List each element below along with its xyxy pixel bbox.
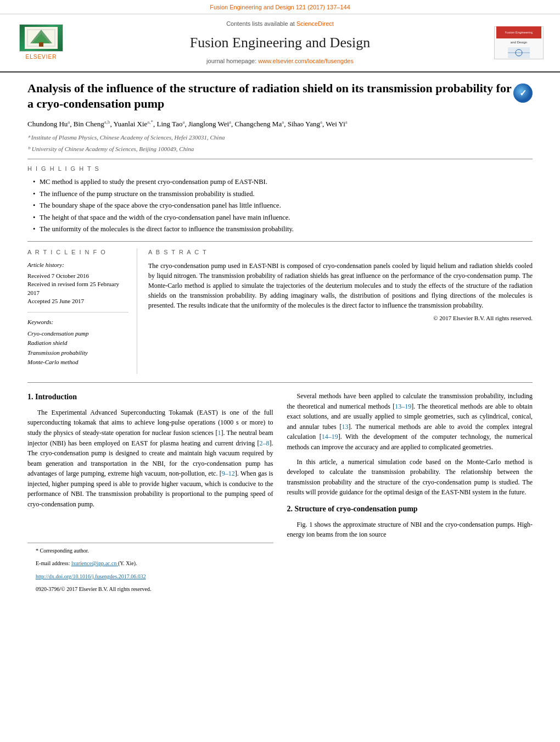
top-citation-bar: Fusion Engineering and Design 121 (2017)… — [0, 0, 560, 14]
elsevier-logo-image — [19, 24, 63, 52]
crossmark-badge: ✓ — [513, 83, 533, 103]
article-history-block: Article history: Received 7 October 2016… — [27, 261, 128, 305]
intro-paragraph-1: The Experimental Advanced Superconductin… — [27, 408, 273, 510]
body-col-right: Several methods have been applied to cal… — [287, 391, 533, 598]
corresponding-author-note: * Corresponding author. — [27, 546, 273, 555]
header-right: Fusion Engineering and Design — [486, 20, 552, 65]
copyright-notice: © 2017 Elsevier B.V. All rights reserved… — [148, 314, 533, 323]
keywords-label: Keywords: — [27, 318, 128, 326]
intro-paragraph-3: In this article, a numerical simulation … — [287, 457, 533, 498]
received-date: Received 7 October 2016 — [27, 272, 128, 280]
article-title: Analysis of the influence of the structu… — [27, 81, 533, 112]
highlight-item-2: The influence of the pump structure on t… — [33, 189, 533, 199]
doi-link[interactable]: http://dx.doi.org/10.1016/j.fusengdes.20… — [36, 573, 146, 579]
divider-history-keywords — [27, 312, 128, 313]
abstract-text: The cryo-condensation pump used in EAST-… — [148, 261, 533, 323]
email-note: E-mail address: lxurience@ipp.ac.cn (Y. … — [27, 559, 273, 568]
email-link[interactable]: lxurience@ipp.ac.cn — [71, 560, 118, 566]
highlight-item-1: MC method is applied to study the presen… — [33, 177, 533, 187]
article-history-label: Article history: — [27, 261, 128, 269]
keyword-2: Radiation shield — [27, 338, 128, 348]
section2-paragraph-1: Fig. 1 shows the approximate structure o… — [287, 520, 533, 540]
homepage-url[interactable]: www.elsevier.com/locate/fusengdes — [258, 58, 354, 64]
authors-line: Chundong Hua, Bin Chenga,b, Yuanlai Xiea… — [27, 119, 533, 130]
top-citation-text: Fusion Engineering and Design 121 (2017)… — [210, 4, 350, 10]
header-left: ELSEVIER — [8, 20, 74, 65]
doi-line: http://dx.doi.org/10.1016/j.fusengdes.20… — [27, 572, 273, 581]
affiliation-b: ᵇ University of Chinese Academy of Scien… — [27, 145, 533, 153]
journal-logo-box: Fusion Engineering and Design — [494, 26, 544, 59]
sciencedirect-link[interactable]: ScienceDirect — [296, 20, 334, 27]
page-wrapper: Fusion Engineering and Design 121 (2017)… — [0, 0, 560, 609]
affiliation-a-text: ᵃ Institute of Plasma Physics, Chinese A… — [27, 134, 225, 141]
sciencedirect-line: Contents lists available at ScienceDirec… — [85, 20, 475, 28]
svg-rect-4 — [39, 42, 43, 47]
header-center: Contents lists available at ScienceDirec… — [74, 20, 486, 65]
logo-top-bar: Fusion Engineering — [496, 26, 541, 38]
abstract-body: The cryo-condensation pump used in EAST-… — [148, 262, 533, 309]
divider-after-affiliations — [27, 159, 533, 159]
svg-text:Fusion Engineering: Fusion Engineering — [505, 31, 533, 34]
article-info-col: A R T I C L E I N F O Article history: R… — [27, 248, 137, 374]
article-content: ✓ Analysis of the influence of the struc… — [0, 72, 560, 609]
elsevier-logo: ELSEVIER — [19, 24, 63, 61]
homepage-line: journal homepage: www.elsevier.com/locat… — [85, 57, 475, 65]
accepted-date: Accepted 25 June 2017 — [27, 297, 128, 305]
footnote-divider — [27, 543, 273, 543]
keywords-list: Cryo-condensation pump Radiation shield … — [27, 329, 128, 367]
logo-subtitle: and Design — [509, 38, 529, 46]
section2-heading: 2. Structure of cryo-condensation pump — [287, 503, 533, 515]
article-info-abstract: A R T I C L E I N F O Article history: R… — [27, 248, 533, 374]
keyword-4: Monte-Carlo method — [27, 358, 128, 367]
keyword-1: Cryo-condensation pump — [27, 329, 128, 339]
affiliation-b-text: ᵇ University of Chinese Academy of Scien… — [27, 146, 194, 152]
authors-text: Chundong Hua, Bin Chenga,b, Yuanlai Xiea… — [27, 120, 348, 128]
intro-paragraph-2: Several methods have been applied to cal… — [287, 391, 533, 453]
body-two-col: 1. Introduction The Experimental Advance… — [27, 391, 533, 598]
highlight-item-4: The height of that space and the width o… — [33, 213, 533, 223]
highlights-list: MC method is applied to study the presen… — [33, 177, 533, 235]
keywords-block: Keywords: Cryo-condensation pump Radiati… — [27, 318, 128, 367]
divider-after-abstract — [27, 382, 533, 383]
abstract-col: A B S T R A C T The cryo-condensation pu… — [148, 248, 533, 374]
article-info-label: A R T I C L E I N F O — [27, 248, 128, 256]
svg-text:✓: ✓ — [519, 88, 527, 98]
section1-heading: 1. Introduction — [27, 391, 273, 403]
crossmark-icon: ✓ — [513, 83, 533, 103]
divider-after-highlights — [27, 241, 533, 242]
journal-title: Fusion Engineering and Design — [85, 33, 475, 53]
revised-date: Received in revised form 25 February 201… — [27, 280, 128, 297]
highlight-item-3: The boundary shape of the space above th… — [33, 201, 533, 211]
issn-line: 0920-3796/© 2017 Elsevier B.V. All right… — [27, 585, 273, 594]
highlights-section: H I G H L I G H T S MC method is applied… — [27, 165, 533, 235]
highlights-label: H I G H L I G H T S — [27, 165, 533, 173]
header-section: ELSEVIER Contents lists available at Sci… — [0, 14, 560, 72]
abstract-label: A B S T R A C T — [148, 248, 533, 256]
logo-image-placeholder — [508, 47, 530, 58]
footnotes-section: * Corresponding author. E-mail address: … — [27, 543, 273, 594]
elsevier-label: ELSEVIER — [26, 53, 57, 61]
affiliation-a: ᵃ Institute of Plasma Physics, Chinese A… — [27, 133, 533, 142]
keyword-3: Transmission probability — [27, 348, 128, 358]
highlight-item-5: The uniformity of the molecules is the d… — [33, 225, 533, 235]
body-col-left: 1. Introduction The Experimental Advance… — [27, 391, 273, 598]
